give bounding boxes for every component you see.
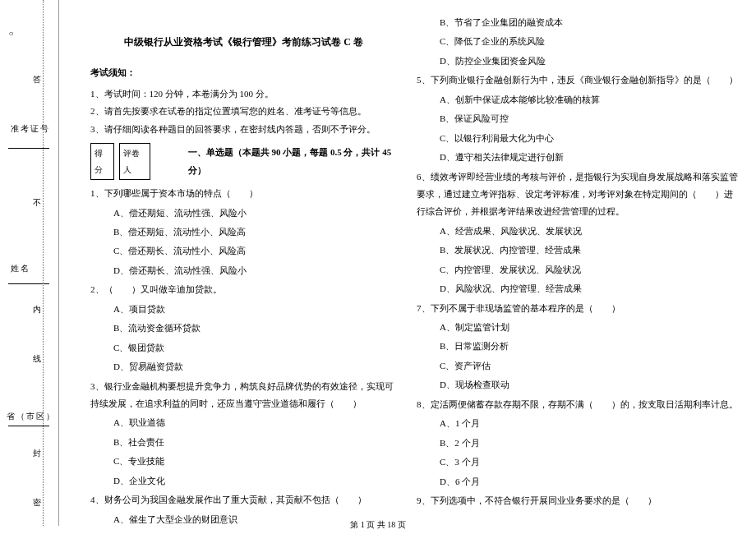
- question-4: 4、财务公司为我国金融发展作出了重大贡献，其贡献不包括（ ）: [90, 491, 397, 509]
- option: C、以银行利润最大化为中心: [417, 130, 738, 147]
- option: A、职业道德: [90, 414, 397, 431]
- question-7: 7、下列不属于非现场监管的基本程序的是（ ）: [417, 300, 738, 317]
- option: A、经营成果、风险状况、发展状况: [417, 223, 738, 240]
- option: D、现场检查联动: [417, 376, 738, 394]
- option: B、2 个月: [417, 435, 738, 452]
- question-2: 2、（ ）又叫做辛迪加贷款。: [90, 281, 397, 298]
- question-5: 5、下列商业银行金融创新行为中，违反《商业银行金融创新指导》的是（ ）: [417, 71, 738, 89]
- notice-item: 1、考试时间：120 分钟，本卷满分为 100 分。: [90, 85, 397, 103]
- notice-item: 2、请首先按要求在试卷的指定位置填写您的姓名、准考证号等信息。: [90, 103, 397, 120]
- option: B、日常监测分析: [417, 338, 738, 355]
- notice-item: 3、请仔细阅读各种题目的回答要求，在密封线内答题，否则不予评分。: [90, 121, 397, 138]
- option: D、偿还期长、流动性强、风险小: [90, 262, 397, 279]
- seal-dotted-line: [43, 0, 44, 526]
- option: A、1 个月: [417, 415, 738, 432]
- exam-title: 中级银行从业资格考试《银行管理》考前练习试卷 C 卷: [90, 33, 397, 52]
- option: B、发展状况、内控管理、经营成果: [417, 242, 738, 259]
- option: D、遵守相关法律规定进行创新: [417, 149, 738, 166]
- page-footer: 第 1 页 共 18 页: [0, 519, 756, 531]
- region-label: 省（市区）: [7, 411, 56, 422]
- question-8: 8、定活两便储蓄存款存期不限，存期不满（ ）的，按支取日活期利率计息。: [417, 396, 738, 413]
- name-label: 姓名: [11, 263, 30, 274]
- option: D、企业文化: [90, 472, 397, 490]
- option: A、项目贷款: [90, 301, 397, 318]
- option: C、资产评估: [417, 357, 738, 375]
- notice-header: 考试须知：: [90, 64, 397, 81]
- seal-char-3: 线: [33, 353, 43, 365]
- option: B、节省了企业集团的融资成本: [417, 14, 738, 31]
- question-3: 3、银行业金融机构要想提升竞争力，构筑良好品牌优势的有效途径，实现可持续发展，在…: [90, 378, 397, 413]
- score-box-left: 得分: [90, 143, 114, 180]
- seal-char-1: 不: [33, 197, 43, 209]
- option: C、内控管理、发展状况、风险状况: [417, 261, 738, 279]
- left-column: 中级银行从业资格考试《银行管理》考前练习试卷 C 卷 考试须知： 1、考试时间：…: [66, 8, 407, 522]
- question-6: 6、绩效考评即经营业绩的考核与评价，是指银行为实现自身发展战略和落实监管要求，通…: [417, 168, 738, 221]
- score-box-right: 评卷人: [119, 143, 150, 180]
- option: B、流动资金循环贷款: [90, 320, 397, 337]
- score-row: 得分 评卷人 一、单选题（本题共 90 小题，每题 0.5 分，共计 45 分）: [90, 143, 397, 180]
- option: B、保证风险可控: [417, 110, 738, 127]
- exam-id-label: 准考证号: [11, 123, 50, 135]
- binding-circle: ○: [7, 29, 16, 39]
- option: C、3 个月: [417, 453, 738, 471]
- option: A、创新中保证成本能够比较准确的核算: [417, 91, 738, 108]
- option: D、防控企业集团资金风险: [417, 53, 738, 70]
- option: A、制定监管计划: [417, 319, 738, 336]
- section-1-heading: 一、单选题（本题共 90 小题，每题 0.5 分，共计 45 分）: [188, 144, 397, 179]
- side-binding-area: ○ 答 准考证号 不 姓名 内 线 省（市区） 封 密: [0, 0, 59, 526]
- option: C、降低了企业的系统风险: [417, 33, 738, 50]
- question-9: 9、下列选项中，不符合银行开展同业业务要求的是（ ）: [417, 492, 738, 509]
- option: B、社会责任: [90, 434, 397, 451]
- option: B、偿还期短、流动性小、风险高: [90, 223, 397, 241]
- option: A、偿还期短、流动性强、风险小: [90, 205, 397, 222]
- seal-char-4: 封: [33, 448, 43, 459]
- option: C、偿还期长、流动性小、风险高: [90, 242, 397, 260]
- option: D、风险状况、内控管理、经营成果: [417, 280, 738, 297]
- option: D、6 个月: [417, 473, 738, 490]
- right-column: B、节省了企业集团的融资成本 C、降低了企业的系统风险 D、防控企业集团资金风险…: [407, 8, 748, 522]
- side-answer-char: 答: [33, 74, 43, 85]
- exam-body: 中级银行从业资格考试《银行管理》考前练习试卷 C 卷 考试须知： 1、考试时间：…: [66, 8, 748, 522]
- option: D、贸易融资贷款: [90, 358, 397, 375]
- seal-char-2: 内: [33, 304, 43, 315]
- option: C、银团贷款: [90, 339, 397, 357]
- question-1: 1、下列哪些属于资本市场的特点（ ）: [90, 185, 397, 202]
- option: C、专业技能: [90, 453, 397, 470]
- seal-char-5: 密: [33, 497, 43, 509]
